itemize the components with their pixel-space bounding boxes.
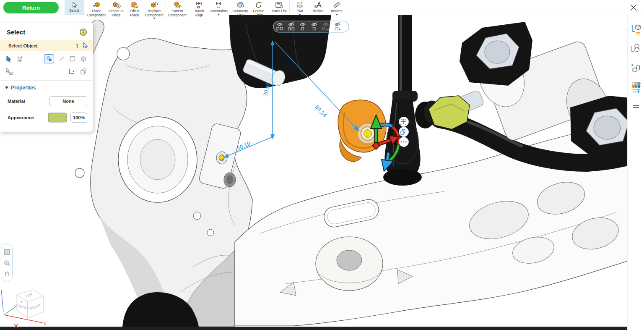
place-component-icon (92, 1, 101, 9)
ribbon-place-component[interactable]: Place Component (86, 0, 107, 15)
close-button[interactable] (627, 1, 640, 14)
context-action-buttons[interactable] (399, 117, 409, 147)
ribbon-divider (85, 1, 85, 13)
select-cursor-button[interactable] (5, 55, 12, 63)
body-filter-button[interactable] (80, 55, 87, 63)
constraints-icon (214, 1, 223, 9)
x-axis (4, 315, 43, 323)
dropdown-caret-icon (335, 14, 338, 16)
pan-hand-icon[interactable] (3, 270, 10, 278)
ribbon-pmi[interactable]: PMI (291, 0, 309, 15)
close-icon (629, 3, 638, 12)
ribbon-create-in-place[interactable]: Create In Place (107, 0, 125, 15)
select-object-count: 1 (76, 43, 78, 48)
properties-section-header[interactable]: Properties (0, 84, 93, 94)
touch-align-icon (195, 1, 204, 9)
steering-knuckle[interactable] (75, 38, 252, 327)
select-from-list-button[interactable] (5, 68, 13, 75)
edge-filter-button[interactable] (58, 55, 65, 62)
ribbon-divider (166, 1, 166, 13)
material-label: Material (8, 99, 49, 104)
view-cube[interactable]: TOP FRONT RIGHT Y X (0, 285, 55, 330)
select-panel: Select Select Object 1 (0, 23, 93, 132)
return-button[interactable]: Return (3, 2, 59, 13)
create-in-place-icon (112, 1, 121, 9)
add-component-button[interactable] (630, 62, 642, 74)
cursor-icon (82, 42, 88, 49)
bottom-edge-strip (0, 327, 627, 330)
select-object-row[interactable]: Select Object 1 (0, 40, 93, 51)
x-axis-marker (14, 324, 18, 328)
add-select-cursor-button[interactable] (16, 55, 23, 63)
components-button[interactable] (630, 43, 642, 55)
ribbon-divider (269, 1, 269, 13)
ribbon-divider (289, 1, 290, 13)
ribbon-inspect[interactable]: Inspect (327, 0, 346, 15)
ribbon-update-links[interactable]: Update Links (249, 0, 268, 15)
selected-ball-joint[interactable] (338, 100, 386, 162)
menu-button[interactable] (630, 101, 642, 113)
update-links-icon (254, 1, 263, 9)
ribbon-touch-align[interactable]: Touch Align (190, 0, 208, 15)
material-value-button[interactable]: None (49, 96, 87, 106)
cursor-icon (71, 2, 78, 8)
dropdown-caret-icon (299, 14, 301, 16)
fit-view-icon[interactable] (3, 249, 10, 256)
selection-center-point (364, 130, 372, 138)
edit-in-place-icon (130, 1, 139, 9)
y-axis-label: Y (20, 300, 23, 304)
panel-title: Select (7, 29, 25, 36)
dropdown-caret-icon (153, 18, 156, 19)
assembly-tree-button[interactable] (630, 24, 642, 35)
geometry-link-icon (236, 1, 245, 9)
point-filter-toggle[interactable] (44, 54, 54, 63)
pattern-component-icon (173, 1, 182, 9)
ribbon-constraints[interactable]: Constraints (208, 0, 229, 15)
pmi-icon (295, 1, 304, 9)
move-axis-button[interactable] (68, 68, 75, 75)
dropdown-caret-icon (217, 14, 220, 16)
collapse-triangle-icon (5, 86, 8, 89)
application-window: 30.46 94.14 50.19 (0, 0, 644, 330)
parts-list-icon (275, 1, 284, 9)
info-icon[interactable] (79, 28, 87, 36)
ribbon-parts-list[interactable]: Parts List (270, 0, 288, 15)
dimension-label: 94.14 (314, 104, 328, 119)
appearance-settings-button[interactable] (630, 81, 642, 93)
inspect-icon (332, 1, 341, 9)
select-object-label: Select Object (8, 43, 76, 48)
visibility-toolbar[interactable] (273, 21, 349, 32)
x-axis-label: X (44, 322, 46, 326)
copy-selection-button[interactable] (80, 68, 87, 75)
appearance-label: Appearance (8, 115, 48, 120)
ribbon-resize[interactable]: Resize (309, 0, 327, 15)
ribbon-replace-component[interactable]: Replace Component (144, 0, 165, 15)
panel-divider (0, 80, 93, 81)
replace-component-icon (150, 1, 159, 9)
view-nav-toolbar (1, 244, 13, 282)
z-axis (1, 290, 3, 312)
tab-select-label: Select (69, 9, 79, 13)
resize-icon (314, 1, 323, 9)
appearance-color-swatch[interactable] (48, 113, 67, 123)
properties-title: Properties (11, 85, 36, 91)
tab-select-active[interactable]: Select (65, 0, 84, 15)
ribbon-divider (189, 1, 189, 13)
right-sidebar (627, 15, 644, 330)
ribbon-edit-in-place[interactable]: Edit in Place (125, 0, 144, 15)
ribbon-geometry-link[interactable]: Geometry Link (231, 0, 249, 15)
top-ribbon: Return Select Place Component Create In … (0, 0, 644, 15)
appearance-opacity-button[interactable]: 100% (70, 113, 87, 123)
viewport-3d[interactable]: 30.46 94.14 50.19 (0, 15, 627, 330)
ribbon-pattern-component[interactable]: Pattern Component (167, 0, 188, 15)
face-filter-button[interactable] (69, 55, 76, 62)
ribbon-divider (230, 1, 230, 13)
zoom-icon[interactable] (3, 259, 10, 267)
